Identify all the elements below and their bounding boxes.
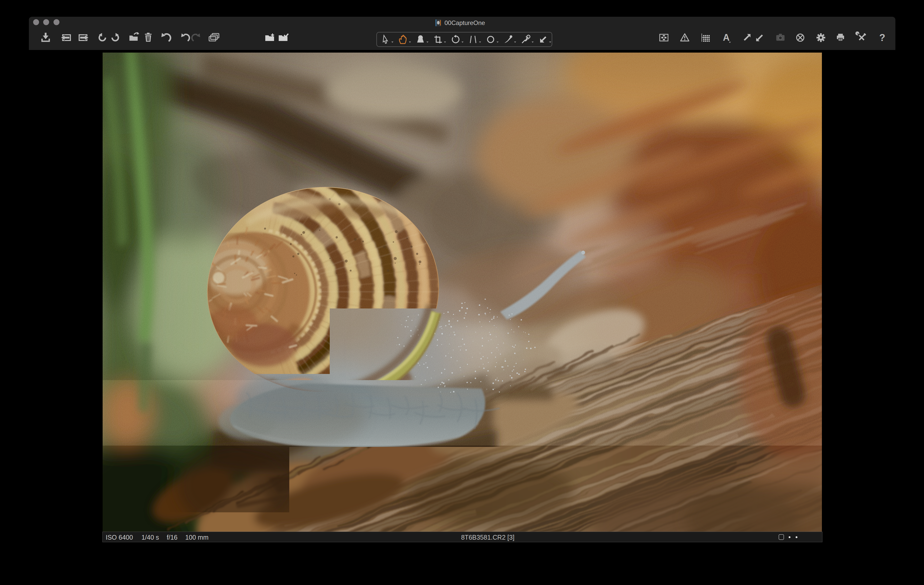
svg-text:00CaptureOne: 00CaptureOne — [444, 19, 485, 26]
svg-text:?: ? — [879, 32, 885, 43]
svg-text:A: A — [723, 32, 729, 43]
